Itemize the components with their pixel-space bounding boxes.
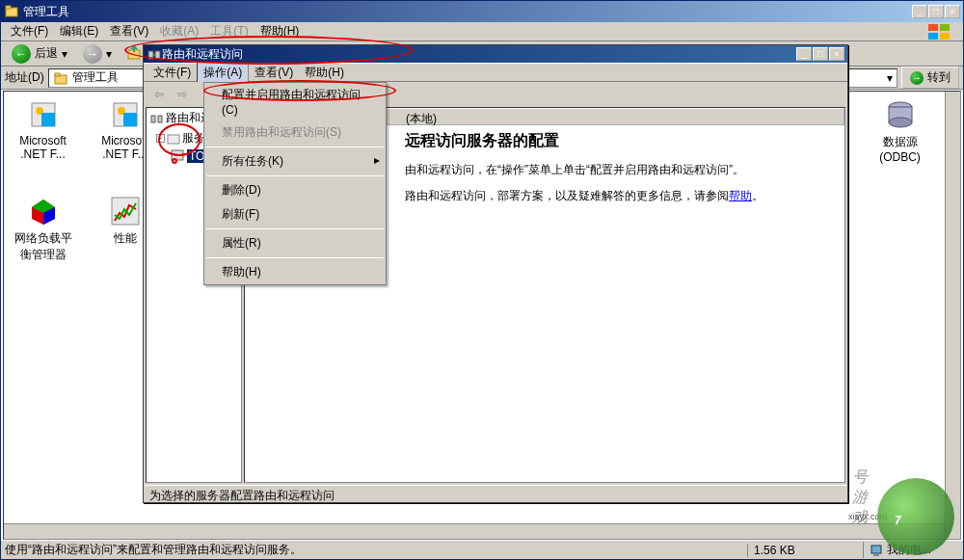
svg-rect-4 — [928, 33, 938, 40]
icon-nlb[interactable]: 网络负载平衡管理器 — [12, 196, 74, 263]
inner-minimize-button[interactable]: _ — [796, 47, 812, 61]
icon-dotnet1[interactable]: Microsoft .NET F... — [12, 99, 74, 161]
menu-view[interactable]: 查看(V) — [104, 21, 154, 41]
svg-rect-14 — [123, 113, 137, 126]
address-label: 地址(D) — [5, 69, 44, 86]
outer-title-bar[interactable]: 管理工具 _ □ × — [1, 1, 963, 22]
back-dropdown-icon: ▾ — [62, 47, 67, 61]
menu-file[interactable]: 文件(F) — [5, 21, 54, 41]
address-value: 管理工具 — [72, 69, 119, 86]
menu-separator — [206, 147, 384, 147]
status-size: 1.56 KB — [747, 544, 863, 557]
go-arrow-icon: → — [910, 71, 924, 85]
svg-point-21 — [889, 118, 912, 127]
watermark-globe-icon: 7 — [877, 478, 954, 555]
nav-back-button[interactable]: ⇦ — [147, 84, 171, 105]
maximize-button[interactable]: □ — [928, 5, 944, 18]
svg-rect-2 — [928, 24, 938, 31]
folder-icon — [53, 70, 68, 86]
icon-label: 数据源 (ODBC) — [869, 134, 931, 164]
inner-title-text: 路由和远程访问 — [162, 46, 796, 63]
icon-label: 网络负载平衡管理器 — [12, 230, 74, 263]
vertical-scrollbar[interactable] — [945, 92, 960, 539]
inner-menu-view[interactable]: 查看(V) — [249, 63, 299, 83]
inner-menu-bar: 文件(F) 操作(A) 查看(V) 帮助(H) — [144, 63, 847, 82]
outer-window-controls: _ □ × — [912, 5, 960, 18]
close-button[interactable]: × — [945, 5, 960, 18]
svg-rect-11 — [41, 113, 55, 126]
svg-rect-27 — [158, 116, 162, 122]
status-text: 使用“路由和远程访问”来配置和管理路由和远程访问服务。 — [5, 542, 747, 558]
svg-rect-8 — [55, 73, 60, 76]
action-context-menu: 配置并启用路由和远程访问(C) 禁用路由和远程访问(S) 所有任务(K) ▸ 删… — [203, 82, 387, 285]
content-p2-suffix: 。 — [752, 189, 763, 202]
icon-label: Microsoft .NET F... — [12, 134, 74, 161]
tree-expand-icon[interactable]: - — [156, 134, 165, 143]
inner-close-button[interactable]: × — [829, 47, 844, 61]
help-link[interactable]: 帮助 — [729, 189, 752, 202]
menu-item-properties[interactable]: 属性(R) — [204, 231, 386, 255]
inner-status-bar: 为选择的服务器配置路由和远程访问 — [144, 485, 847, 502]
tree-services-label: 服务 — [182, 130, 205, 147]
inner-window-controls: _ □ × — [796, 47, 844, 61]
inner-title-bar[interactable]: 路由和远程访问 _ □ × — [144, 45, 847, 63]
inner-status-text: 为选择的服务器配置路由和远程访问 — [149, 489, 335, 502]
svg-text:7: 7 — [895, 514, 902, 527]
outer-title-text: 管理工具 — [23, 4, 912, 20]
svg-rect-3 — [940, 24, 950, 31]
icon-odbc[interactable]: 数据源 (ODBC) — [869, 99, 931, 164]
minimize-button[interactable]: _ — [912, 5, 927, 18]
menu-edit[interactable]: 编辑(E) — [54, 21, 104, 41]
svg-rect-28 — [168, 135, 179, 144]
menu-separator — [206, 175, 384, 176]
submenu-arrow-icon: ▸ — [374, 153, 380, 167]
svg-rect-25 — [155, 51, 160, 59]
inner-menu-help[interactable]: 帮助(H) — [299, 63, 350, 83]
menu-item-refresh[interactable]: 刷新(F) — [204, 202, 386, 227]
menu-help[interactable]: 帮助(H) — [254, 21, 306, 41]
server-icon — [170, 148, 185, 164]
inner-menu-action[interactable]: 操作(A) — [197, 62, 249, 84]
svg-rect-24 — [148, 51, 153, 59]
menu-favorites[interactable]: 收藏(A) — [154, 21, 204, 41]
horizontal-scrollbar[interactable] — [4, 523, 945, 539]
menu-item-configure[interactable]: 配置并启用路由和远程访问(C) — [204, 83, 386, 120]
menu-item-alltasks[interactable]: 所有任务(K) ▸ — [204, 149, 386, 173]
inner-nav-toolbar: ⇦ ⇨ — [144, 82, 203, 107]
outer-status-bar: 使用“路由和远程访问”来配置和管理路由和远程访问服务。 1.56 KB 我的电.… — [1, 540, 963, 559]
content-p2-text: 路由和远程访问，部署方案，以及疑难解答的更多信息，请参阅 — [405, 189, 729, 202]
menu-tools[interactable]: 工具(T) — [204, 21, 254, 41]
watermark: 号游戏 xiayx.com 7 — [877, 478, 954, 555]
nav-forward-button[interactable]: ⇨ — [171, 84, 194, 105]
inner-menu-file[interactable]: 文件(F) — [147, 63, 197, 83]
outer-menu-bar: 文件(F) 编辑(E) 查看(V) 收藏(A) 工具(T) 帮助(H) — [1, 22, 963, 41]
svg-rect-26 — [151, 116, 155, 122]
back-button[interactable]: ← 后退 ▾ — [5, 41, 74, 67]
menu-item-disable: 禁用路由和远程访问(S) — [204, 120, 386, 145]
app-icon — [4, 4, 19, 19]
forward-button[interactable]: → ▾ — [76, 41, 119, 67]
rras-icon — [147, 46, 162, 62]
menu-item-delete[interactable]: 删除(D) — [204, 178, 386, 202]
menu-separator — [206, 228, 384, 229]
inner-maximize-button[interactable]: □ — [813, 47, 828, 61]
address-dropdown-icon[interactable]: ▾ — [887, 71, 893, 85]
svg-rect-1 — [6, 6, 11, 9]
menu-separator — [206, 257, 384, 258]
forward-arrow-icon: → — [83, 44, 102, 64]
rras-window: 路由和远程访问 _ □ × 文件(F) 操作(A) 查看(V) 帮助(H) 配置… — [143, 44, 848, 503]
forward-dropdown-icon: ▾ — [106, 47, 112, 61]
back-arrow-icon: ← — [12, 44, 31, 64]
back-label: 后退 — [35, 45, 58, 62]
svg-rect-5 — [940, 33, 950, 40]
status-icon — [167, 132, 180, 146]
menu-item-alltasks-label: 所有任务(K) — [222, 154, 283, 168]
rras-root-icon — [150, 112, 164, 125]
go-button[interactable]: → 转到 — [901, 67, 959, 89]
go-label: 转到 — [927, 69, 951, 86]
menu-item-help[interactable]: 帮助(H) — [204, 260, 386, 284]
windows-logo-icon — [921, 23, 959, 40]
